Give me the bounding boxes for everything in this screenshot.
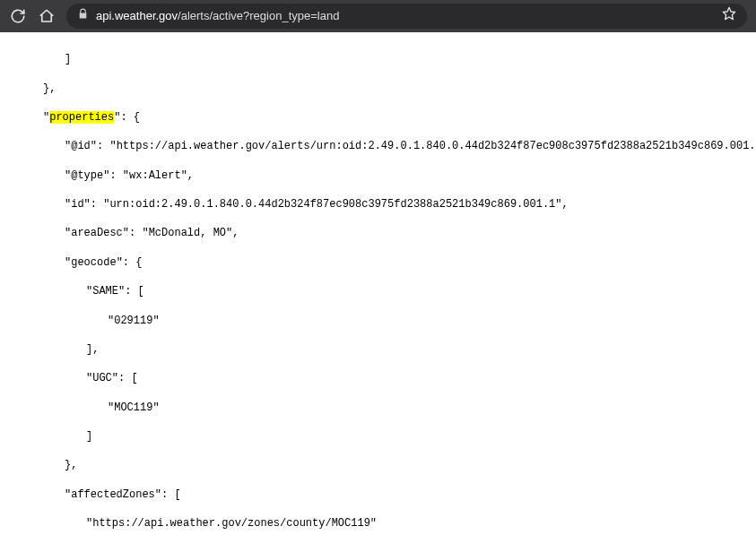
- reload-icon[interactable]: [9, 7, 27, 25]
- json-line: "UGC": [: [0, 371, 756, 385]
- lock-icon: [77, 8, 89, 24]
- json-line: },: [0, 458, 756, 472]
- json-line: ]: [0, 429, 756, 444]
- json-line: "id": "urn:oid:2.49.0.1.840.0.44d2b324f8…: [0, 197, 756, 211]
- json-line: "affectedZones": [: [0, 488, 756, 502]
- home-icon[interactable]: [38, 7, 56, 25]
- json-line: "SAME": [: [0, 284, 756, 298]
- url-text: api.weather.gov/alerts/active?region_typ…: [96, 8, 715, 24]
- json-line: "properties": {: [0, 110, 756, 125]
- url-bar[interactable]: api.weather.gov/alerts/active?region_typ…: [66, 4, 747, 29]
- json-line: "https://api.weather.gov/zones/county/MO…: [0, 516, 756, 531]
- json-line: ],: [0, 342, 756, 357]
- highlighted-key: properties: [49, 111, 114, 124]
- svg-marker-0: [723, 8, 734, 20]
- json-line: },: [0, 82, 756, 96]
- bookmark-star-icon[interactable]: [722, 6, 736, 25]
- json-line: ]: [0, 52, 756, 66]
- json-line: "MOC119": [0, 401, 756, 415]
- json-response-body[interactable]: ] }, "properties": { "@id": "https://api…: [0, 32, 756, 535]
- json-line: "areaDesc": "McDonald, MO",: [0, 226, 756, 240]
- json-line: "@type": "wx:Alert",: [0, 168, 756, 183]
- json-line: "@id": "https://api.weather.gov/alerts/u…: [0, 139, 756, 153]
- json-line: "029119": [0, 314, 756, 328]
- browser-toolbar: api.weather.gov/alerts/active?region_typ…: [0, 0, 756, 32]
- json-line: "geocode": {: [0, 255, 756, 270]
